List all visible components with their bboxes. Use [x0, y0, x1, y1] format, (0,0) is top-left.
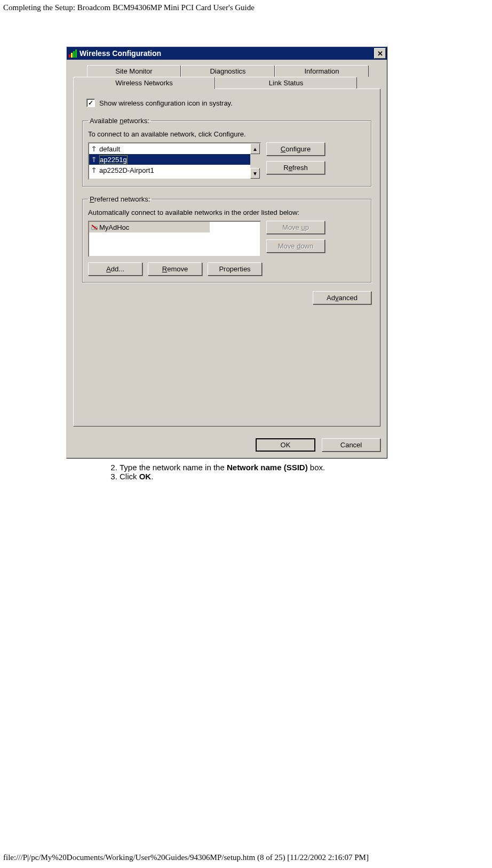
tab-panel: ✓ Show wireless configuration icon in sy… [73, 89, 380, 427]
antenna-icon [91, 156, 97, 163]
window-title: Wireless Configuration [80, 49, 161, 58]
instruction-steps: Type the network name in the Network nam… [96, 463, 386, 481]
available-networks-list[interactable]: default ap2251g ap2252D-Airport1 [88, 142, 261, 180]
available-networks-group: Available networks: To connect to an ava… [82, 117, 371, 187]
antenna-icon [91, 146, 97, 152]
adhoc-icon [91, 224, 97, 230]
move-down-button: Move down [266, 239, 325, 253]
configure-button[interactable]: Configure [266, 142, 325, 156]
list-item[interactable]: ap2252D-Airport1 [89, 165, 250, 175]
signal-icon [69, 49, 77, 58]
list-item[interactable]: MyAdHoc [89, 222, 210, 232]
list-item[interactable]: default [89, 143, 250, 154]
scrollbar[interactable]: ▲ ▼ [250, 143, 260, 179]
advanced-button[interactable]: Advanced [313, 291, 371, 304]
systray-label: Show wireless configuration icon in syst… [99, 99, 233, 107]
properties-button[interactable]: Properties [208, 262, 262, 276]
add-button[interactable]: Add... [88, 262, 142, 276]
remove-button[interactable]: Remove [148, 262, 202, 276]
step-2: Type the network name in the Network nam… [120, 463, 386, 472]
preferred-legend: Preferred networks: [88, 195, 152, 203]
move-up-button: Move up [266, 221, 325, 234]
preferred-networks-group: Preferred networks: Automatically connec… [82, 195, 371, 283]
page-header: Completing the Setup: Broadcom BCM94306M… [0, 0, 492, 12]
scroll-up-icon[interactable]: ▲ [250, 143, 260, 154]
tab-diagnostics[interactable]: Diagnostics [181, 65, 275, 77]
preferred-networks-list[interactable]: MyAdHoc [88, 221, 261, 257]
wireless-config-dialog: Wireless Configuration ✕ Site Monitor Di… [66, 46, 387, 459]
step-3: Click OK. [120, 472, 386, 481]
tab-information[interactable]: Information [275, 65, 369, 77]
list-item[interactable]: ap2251g [89, 154, 250, 165]
available-text: To connect to an available network, clic… [88, 130, 366, 138]
refresh-button[interactable]: Refresh [266, 161, 325, 174]
tab-link-status[interactable]: Link Status [215, 77, 357, 89]
titlebar: Wireless Configuration ✕ [67, 47, 387, 60]
cancel-button[interactable]: Cancel [322, 438, 380, 452]
close-button[interactable]: ✕ [374, 48, 386, 59]
tab-wireless-networks[interactable]: Wireless Networks [73, 77, 215, 89]
dialog-screenshot: Wireless Configuration ✕ Site Monitor Di… [66, 46, 386, 481]
preferred-text: Automatically connect to available netwo… [88, 208, 366, 216]
antenna-icon [91, 167, 97, 173]
scroll-down-icon[interactable]: ▼ [250, 168, 260, 179]
ok-button[interactable]: OK [256, 438, 315, 452]
available-legend: Available networks: [88, 117, 151, 125]
systray-checkbox[interactable]: ✓ [86, 99, 95, 107]
tab-site-monitor[interactable]: Site Monitor [87, 65, 181, 77]
